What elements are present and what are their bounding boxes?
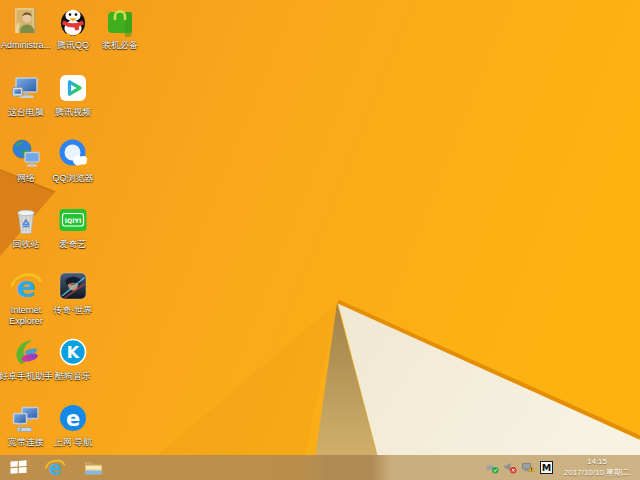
desktop-icon-tencent-video[interactable]: 腾讯视频 bbox=[41, 71, 105, 118]
desktop-icon-kugou-music[interactable]: K 酷狗音乐 bbox=[41, 335, 105, 382]
desktop-icon-qq-browser[interactable]: QQ浏览器 bbox=[41, 137, 105, 184]
start-button[interactable] bbox=[10, 455, 27, 480]
desktop-icon-label: 酷狗音乐 bbox=[55, 371, 91, 382]
navigation-e-icon: e bbox=[56, 401, 90, 435]
user-folder-icon bbox=[9, 4, 43, 38]
kugou-icon: K bbox=[56, 335, 90, 369]
network-globe-icon bbox=[9, 137, 43, 171]
clock-date: 2017/10/10 星期二 bbox=[558, 468, 636, 478]
taskbar: e bbox=[0, 455, 640, 480]
internet-explorer-icon: e bbox=[44, 457, 66, 479]
haozhuo-logo-icon bbox=[9, 335, 43, 369]
iqiyi-wordmark: iQIYI bbox=[65, 217, 81, 224]
internet-explorer-icon: e bbox=[9, 269, 43, 303]
iqiyi-icon: iQIYI bbox=[56, 203, 90, 237]
windows-logo-icon bbox=[10, 460, 27, 475]
nav-e-glyph: e bbox=[66, 407, 80, 431]
computer-icon bbox=[9, 71, 43, 105]
desktop: Administra... 腾讯QQ 装机必备 bbox=[0, 0, 640, 480]
desktop-icon-label: 爱奇艺 bbox=[60, 239, 87, 250]
desktop-icon-label: 腾讯QQ bbox=[57, 40, 89, 51]
desktop-icon-chuanqi-shijie[interactable]: 传奇·世界 bbox=[41, 269, 105, 316]
qq-browser-icon bbox=[56, 137, 90, 171]
tencent-video-play-icon bbox=[56, 71, 90, 105]
ime-m-glyph: M bbox=[542, 462, 551, 473]
tray-volume-muted-icon[interactable] bbox=[504, 455, 517, 480]
desktop-icon-label: 网络 bbox=[17, 173, 35, 184]
taskbar-file-explorer-button[interactable] bbox=[83, 455, 104, 480]
tray-ime-indicator[interactable]: M bbox=[540, 455, 553, 480]
desktop-icon-label: 传奇·世界 bbox=[54, 305, 93, 316]
broadband-computers-icon bbox=[9, 401, 43, 435]
green-shopping-bag-icon bbox=[103, 4, 137, 38]
desktop-icon-label: 装机必备 bbox=[102, 40, 138, 51]
desktop-icon-label: 宽带连接 bbox=[8, 437, 44, 448]
file-explorer-icon bbox=[83, 459, 104, 477]
desktop-icon-shangwang-daohang[interactable]: e 上网 导航 bbox=[41, 401, 105, 448]
clock-time: 14:15 bbox=[558, 457, 636, 467]
desktop-icon-label: 这台电脑 bbox=[8, 107, 44, 118]
desktop-icon-label: 回收站 bbox=[13, 239, 40, 250]
desktop-icon-iqiyi[interactable]: iQIYI 爱奇艺 bbox=[41, 203, 105, 250]
kugou-k-glyph: K bbox=[67, 343, 80, 362]
desktop-icon-zhuangji-bibei[interactable]: 装机必备 bbox=[88, 4, 152, 51]
tray-usb-icon[interactable] bbox=[486, 455, 499, 480]
desktop-icon-label: QQ浏览器 bbox=[52, 173, 93, 184]
recycle-bin-icon bbox=[9, 203, 43, 237]
taskbar-internet-explorer-button[interactable]: e bbox=[44, 455, 66, 480]
chuanqi-game-icon bbox=[56, 269, 90, 303]
qq-penguin-icon bbox=[56, 4, 90, 38]
desktop-icon-label: 上网 导航 bbox=[54, 437, 93, 448]
desktop-icon-label: 腾讯视频 bbox=[55, 107, 91, 118]
taskbar-clock[interactable]: 14:15 2017/10/10 星期二 bbox=[558, 457, 636, 478]
tray-network-warning-icon[interactable] bbox=[522, 455, 535, 480]
